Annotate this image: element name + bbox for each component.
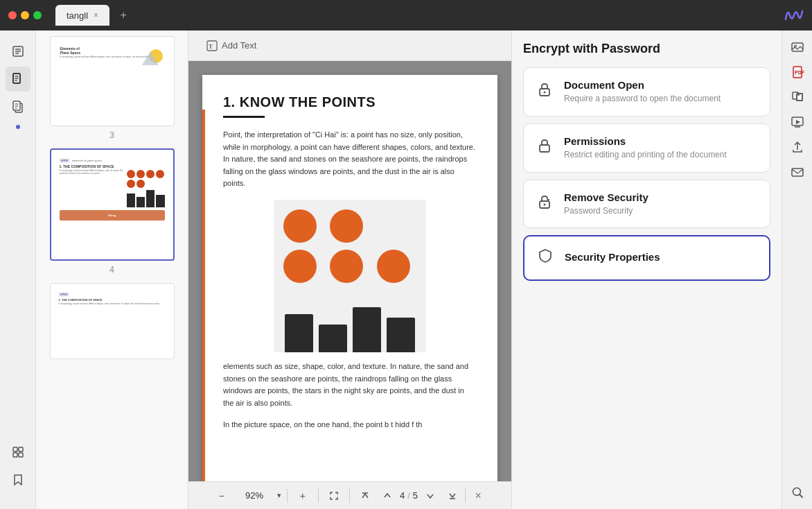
option-document-open-text: Document Open Require a password to open… <box>564 79 759 105</box>
encrypt-panel-content: Encrypt with Password Document Open Requ… <box>512 31 782 509</box>
svg-rect-36 <box>792 169 803 176</box>
thumbnail-page-3[interactable]: Elements ofPlane Space In morphology, a … <box>50 36 175 126</box>
titlebar: tangll × + <box>0 0 812 31</box>
option-permissions-text: Permissions Restrict editing and printin… <box>564 135 759 161</box>
toolbar-sep-2 <box>318 489 319 503</box>
prev-page-up-button[interactable] <box>355 486 375 506</box>
page-total: 5 <box>413 490 418 501</box>
option-document-open-desc: Require a password to open the document <box>564 93 759 105</box>
prev-page-button[interactable] <box>378 486 397 506</box>
zoom-level: 92% <box>237 490 272 501</box>
right-icon-image[interactable] <box>786 36 809 58</box>
right-icon-upload[interactable] <box>786 136 809 158</box>
close-doc-button[interactable]: × <box>468 486 488 506</box>
right-icon-convert[interactable] <box>786 86 809 108</box>
option-permissions-desc: Restrict editing and printing of the doc… <box>564 149 759 161</box>
option-document-open[interactable]: Document Open Require a password to open… <box>523 67 770 117</box>
thumbnail-panel: Elements ofPlane Space In morphology, a … <box>36 31 188 509</box>
add-tab-button[interactable]: + <box>115 7 132 24</box>
minimize-button[interactable] <box>21 11 29 19</box>
option-remove-security-text: Remove Security Password Security <box>564 191 759 217</box>
encrypt-panel: Encrypt with Password Document Open Requ… <box>511 31 782 509</box>
svg-text:PDF: PDF <box>795 70 804 75</box>
option-security-properties[interactable]: Security Properties <box>523 235 770 281</box>
toolbar-sep-1 <box>287 489 288 503</box>
sidebar-icon-document[interactable] <box>6 67 30 92</box>
doc-body-text-2: elements such as size, shape, color, and… <box>223 361 477 409</box>
doc-body-text-1: Point, the interpretation of "Ci Hai" is… <box>223 129 477 190</box>
sidebar-icon-bookmark[interactable] <box>6 467 30 492</box>
zoom-dropdown-icon[interactable]: ▾ <box>277 491 281 500</box>
shield-icon <box>536 248 555 268</box>
svg-rect-24 <box>540 145 549 152</box>
doc-bottom-toolbar: − 92% ▾ + <box>188 481 511 509</box>
page-current: 4 <box>400 490 405 501</box>
option-remove-security-desc: Password Security <box>564 205 759 217</box>
app-body: Elements ofPlane Space In morphology, a … <box>0 31 812 509</box>
thumb-image-3: Elements ofPlane Space In morphology, a … <box>53 40 171 123</box>
option-document-open-title: Document Open <box>564 79 759 91</box>
close-button[interactable] <box>8 11 17 19</box>
next-page-button[interactable] <box>421 486 440 506</box>
page-content: 1. KNOW THE POINTS Point, the interpreta… <box>202 75 497 460</box>
right-icon-play[interactable] <box>786 111 809 133</box>
traffic-lights <box>8 11 42 19</box>
doc-page: 1. KNOW THE POINTS Point, the interpreta… <box>202 75 497 481</box>
page-separator: / <box>407 490 410 501</box>
thumb-group-5: UPDE 1. THE COMPOSITION OF SPACE In morp… <box>42 283 182 359</box>
svg-rect-16 <box>13 453 17 457</box>
add-text-label: Add Text <box>222 40 256 51</box>
thumbnail-page-4[interactable]: UPDE elements of plane space 1. THE COMP… <box>50 148 175 261</box>
doc-heading: 1. KNOW THE POINTS <box>223 94 477 110</box>
right-icon-pdf[interactable]: PDF <box>786 61 809 83</box>
thumb-image-4: UPDE elements of plane space 1. THE COMP… <box>54 153 170 257</box>
thumb-num-3: 3 <box>109 130 114 140</box>
black-bars <box>274 304 426 352</box>
option-remove-security-title: Remove Security <box>564 191 759 203</box>
next-page-end-button[interactable] <box>443 486 462 506</box>
sidebar-icons <box>0 31 36 509</box>
doc-heading-underline <box>223 116 265 118</box>
sidebar-bottom <box>6 440 30 501</box>
tab-area: tangll × + <box>55 5 132 26</box>
svg-rect-17 <box>19 453 23 457</box>
option-security-properties-title: Security Properties <box>565 251 758 263</box>
thumbnail-page-5[interactable]: UPDE 1. THE COMPOSITION OF SPACE In morp… <box>50 283 175 359</box>
option-permissions[interactable]: Permissions Restrict editing and printin… <box>523 123 770 173</box>
svg-text:T: T <box>209 43 213 50</box>
logo-icon <box>784 10 804 21</box>
sidebar-icon-copy[interactable] <box>6 94 30 119</box>
doc-body-text-3: In the picture space, on the one hand, t… <box>223 419 477 431</box>
tab-title: tangll <box>67 10 88 21</box>
doc-scroll-area[interactable]: 1. KNOW THE POINTS Point, the interpreta… <box>188 61 511 481</box>
svg-rect-15 <box>19 447 23 451</box>
doc-top-toolbar: T Add Text <box>188 31 511 61</box>
svg-line-38 <box>800 494 802 497</box>
svg-rect-14 <box>13 447 17 451</box>
tab-tangll[interactable]: tangll × <box>55 5 109 26</box>
svg-point-23 <box>544 92 546 94</box>
unlock-icon <box>535 193 554 214</box>
right-icon-mail[interactable] <box>786 161 809 183</box>
expand-button[interactable] <box>324 486 344 506</box>
thumb-group-4: UPDE elements of plane space 1. THE COMP… <box>42 148 182 275</box>
page-marker <box>202 110 205 481</box>
lock-icon <box>535 81 554 102</box>
thumb-num-4: 4 <box>109 265 114 275</box>
right-icon-search[interactable] <box>786 481 809 503</box>
toolbar-sep-3 <box>349 489 350 503</box>
thumb-group-3: Elements ofPlane Space In morphology, a … <box>42 36 182 140</box>
key-icon <box>535 137 554 158</box>
option-remove-security[interactable]: Remove Security Password Security <box>523 180 770 229</box>
zoom-in-button[interactable]: + <box>293 486 312 506</box>
add-text-button[interactable]: T Add Text <box>200 37 263 54</box>
sidebar-icon-grid[interactable] <box>6 440 30 465</box>
maximize-button[interactable] <box>33 11 42 19</box>
zoom-out-button[interactable]: − <box>212 486 231 506</box>
doc-area: T Add Text 1. KNOW THE POINTS Point, the… <box>188 31 511 509</box>
encrypt-title: Encrypt with Password <box>523 42 770 56</box>
toolbar-sep-4 <box>465 489 466 503</box>
app-logo <box>784 9 804 21</box>
sidebar-icon-edit[interactable] <box>6 39 30 64</box>
tab-close-button[interactable]: × <box>94 10 98 20</box>
